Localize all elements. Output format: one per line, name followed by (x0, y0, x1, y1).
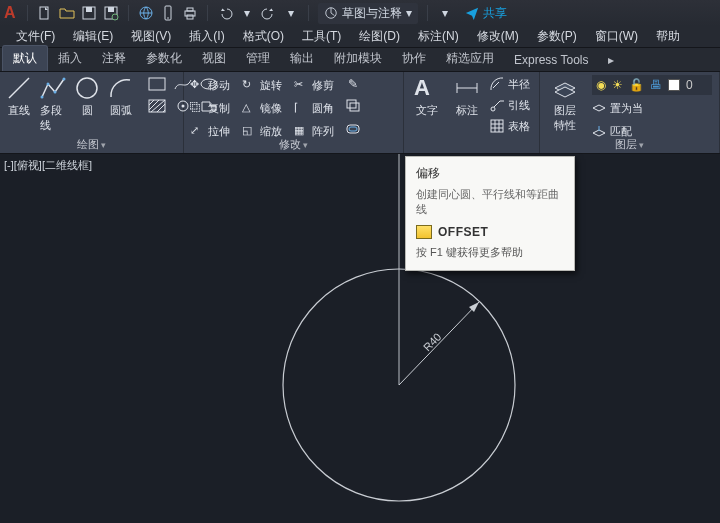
panel-modify-label[interactable]: 修改 (184, 137, 403, 153)
trim-button[interactable]: ✂修剪 (294, 75, 334, 95)
tab-view[interactable]: 视图 (192, 46, 236, 71)
line-button[interactable]: 直线 (6, 75, 32, 118)
explode-icon[interactable] (342, 97, 364, 115)
tooltip-command: OFFSET (438, 225, 488, 239)
menu-dim[interactable]: 标注(N) (410, 26, 467, 47)
mobile-icon[interactable] (160, 5, 176, 21)
drawing-canvas[interactable]: [-][俯视][二维线框] R40 (0, 154, 720, 523)
leader-label: 引线 (508, 98, 530, 113)
circle-label: 圆 (82, 103, 93, 118)
tab-parametric[interactable]: 参数化 (136, 46, 192, 71)
send-web-icon[interactable] (138, 5, 154, 21)
layer-color-swatch (668, 79, 680, 91)
menu-insert[interactable]: 插入(I) (181, 26, 232, 47)
svg-point-32 (491, 107, 495, 111)
chevron-down-icon[interactable]: ▾ (239, 5, 255, 21)
save-icon[interactable] (81, 5, 97, 21)
radius-label: 半径 (508, 77, 530, 92)
polyline-label: 多段线 (40, 103, 66, 133)
svg-line-13 (9, 78, 29, 98)
overflow-chevron-icon[interactable]: ▾ (437, 5, 453, 21)
svg-rect-2 (86, 7, 92, 12)
save-as-icon[interactable] (103, 5, 119, 21)
tab-addins[interactable]: 附加模块 (324, 46, 392, 71)
menu-view[interactable]: 视图(V) (123, 26, 179, 47)
svg-point-15 (47, 83, 50, 86)
leader-button[interactable]: 引线 (490, 96, 530, 114)
svg-rect-10 (187, 8, 193, 11)
tab-default[interactable]: 默认 (2, 45, 48, 71)
menu-draw[interactable]: 绘图(D) (351, 26, 408, 47)
svg-point-18 (77, 78, 97, 98)
offset-icon[interactable] (342, 119, 364, 137)
text-button[interactable]: A 文字 (410, 75, 444, 118)
tab-insert[interactable]: 插入 (48, 46, 92, 71)
svg-point-17 (63, 78, 66, 81)
rotate-button[interactable]: ↻旋转 (242, 75, 282, 95)
layer-selector[interactable]: ◉ ☀ 🔓 🖶 0 (592, 75, 712, 95)
share-button[interactable]: 共享 (465, 5, 507, 22)
layer-name: 0 (686, 78, 693, 92)
menu-bar: 文件(F) 编辑(E) 视图(V) 插入(I) 格式(O) 工具(T) 绘图(D… (0, 26, 720, 48)
chevron-down-icon[interactable]: ▾ (283, 5, 299, 21)
radius-dim-button[interactable]: 半径 (490, 75, 530, 93)
svg-line-31 (493, 82, 499, 88)
move-button[interactable]: ✥移动 (190, 75, 230, 95)
panel-draw-label[interactable]: 绘图 (0, 137, 183, 153)
trim-label: 修剪 (312, 78, 334, 93)
fillet-label: 圆角 (312, 101, 334, 116)
mirror-button[interactable]: △镜像 (242, 98, 282, 118)
arc-label: 圆弧 (110, 103, 132, 118)
tab-output[interactable]: 输出 (280, 46, 324, 71)
tab-overflow-icon[interactable]: ▸ (598, 49, 624, 71)
svg-rect-4 (108, 7, 114, 12)
menu-help[interactable]: 帮助 (648, 26, 688, 47)
tab-collab[interactable]: 协作 (392, 46, 436, 71)
table-label: 表格 (508, 119, 530, 134)
tooltip-help: 按 F1 键获得更多帮助 (416, 245, 564, 260)
menu-modify[interactable]: 修改(M) (469, 26, 527, 47)
chevron-down-icon: ▾ (406, 6, 412, 20)
arc-button[interactable]: 圆弧 (108, 75, 134, 118)
copy-button[interactable]: ⿻复制 (190, 98, 230, 118)
workspace-label: 草图与注释 (342, 5, 402, 22)
dimension-button[interactable]: 标注 (450, 75, 484, 118)
print-icon[interactable] (182, 5, 198, 21)
menu-file[interactable]: 文件(F) (8, 26, 63, 47)
rectangle-icon[interactable] (146, 75, 168, 93)
layer-setcurrent-button[interactable]: 置为当 (592, 98, 712, 118)
fillet-button[interactable]: ⌈圆角 (294, 98, 334, 118)
ribbon: 直线 多段线 圆 圆弧 绘图 (0, 72, 720, 154)
erase-icon[interactable]: ✎ (342, 75, 364, 93)
offset-command-icon (416, 225, 432, 239)
svg-rect-24 (350, 103, 359, 111)
svg-rect-19 (149, 78, 165, 90)
tooltip-description: 创建同心圆、平行线和等距曲线 (416, 187, 564, 217)
workspace-selector[interactable]: 草图与注释 ▾ (318, 3, 418, 24)
panel-draw: 直线 多段线 圆 圆弧 绘图 (0, 72, 184, 153)
move-label: 移动 (208, 78, 230, 93)
tab-annotate[interactable]: 注释 (92, 46, 136, 71)
menu-window[interactable]: 窗口(W) (587, 26, 646, 47)
undo-icon[interactable] (217, 5, 233, 21)
svg-line-33 (494, 101, 500, 107)
menu-tools[interactable]: 工具(T) (294, 26, 349, 47)
radius-dimension-text[interactable]: R40 (421, 331, 444, 354)
menu-edit[interactable]: 编辑(E) (65, 26, 121, 47)
menu-param[interactable]: 参数(P) (529, 26, 585, 47)
tab-express[interactable]: Express Tools (504, 49, 598, 71)
panel-layer-label[interactable]: 图层 (540, 137, 719, 153)
layer-properties-button[interactable]: 图层 特性 (546, 75, 584, 141)
tab-manage[interactable]: 管理 (236, 46, 280, 71)
radius-line[interactable] (399, 302, 479, 385)
polyline-button[interactable]: 多段线 (40, 75, 66, 133)
tab-featured[interactable]: 精选应用 (436, 46, 504, 71)
circle-button[interactable]: 圆 (74, 75, 100, 118)
mirror-label: 镜像 (260, 101, 282, 116)
table-button[interactable]: 表格 (490, 117, 530, 135)
hatch-icon[interactable] (146, 97, 168, 115)
menu-format[interactable]: 格式(O) (235, 26, 292, 47)
new-file-icon[interactable] (37, 5, 53, 21)
open-file-icon[interactable] (59, 5, 75, 21)
redo-icon[interactable] (261, 5, 277, 21)
